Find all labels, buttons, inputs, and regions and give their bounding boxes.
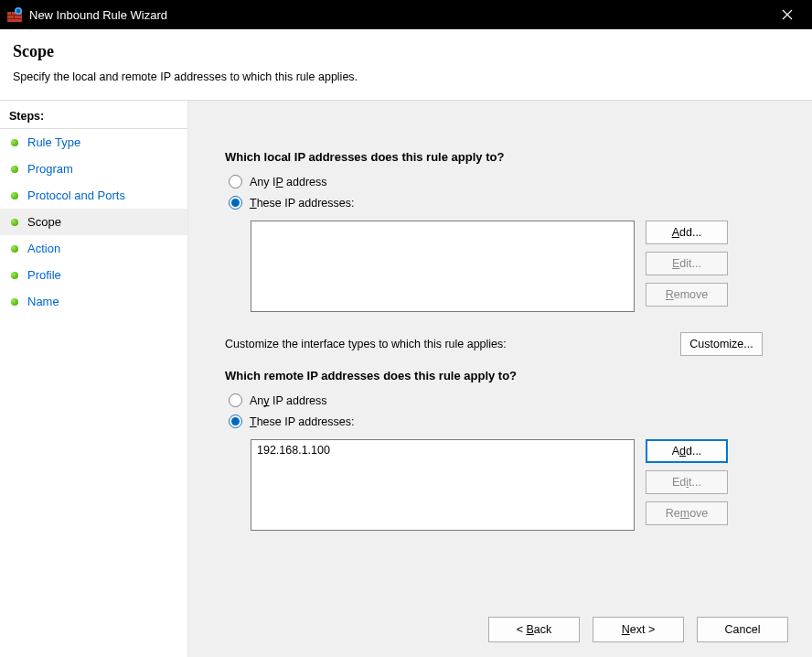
close-icon <box>782 9 793 20</box>
content-pane: Which local IP addresses does this rule … <box>188 101 812 657</box>
close-button[interactable] <box>766 0 808 29</box>
step-action[interactable]: Action <box>0 235 187 262</box>
step-bullet-icon <box>11 166 18 173</box>
svg-rect-2 <box>7 18 22 19</box>
step-name[interactable]: Name <box>0 288 187 315</box>
firewall-icon <box>7 7 22 22</box>
step-bullet-icon <box>11 245 18 253</box>
step-label: Program <box>27 162 73 176</box>
step-bullet-icon <box>11 298 18 306</box>
local-edit-button[interactable]: Edit... <box>646 252 728 275</box>
local-add-button[interactable]: Add... <box>646 221 728 244</box>
remote-ip-button-column: Add... Edit... Remove <box>646 439 728 525</box>
remote-these-ip-radio[interactable] <box>229 415 242 428</box>
local-ip-listbox[interactable] <box>251 221 635 312</box>
step-bullet-icon <box>11 192 18 199</box>
step-label: Profile <box>27 268 61 282</box>
remote-these-ip-label: These IP addresses: <box>250 415 354 428</box>
titlebar: New Inbound Rule Wizard <box>0 0 812 29</box>
local-ip-button-column: Add... Edit... Remove <box>646 221 728 307</box>
step-label: Protocol and Ports <box>27 188 125 202</box>
step-bullet-icon <box>11 272 18 279</box>
svg-point-7 <box>16 9 20 13</box>
back-button[interactable]: < Back <box>488 617 580 642</box>
wizard-body: Steps: Rule TypeProgramProtocol and Port… <box>0 101 812 657</box>
steps-sidebar: Steps: Rule TypeProgramProtocol and Port… <box>0 101 188 657</box>
step-label: Action <box>27 242 60 255</box>
remote-ip-list-area: 192.168.1.100 Add... Edit... Remove <box>251 439 788 531</box>
remote-edit-button[interactable]: Edit... <box>646 470 728 494</box>
local-remove-button[interactable]: Remove <box>646 283 728 307</box>
local-any-ip-option[interactable]: Any IP address <box>229 175 788 188</box>
page-header: Scope Specify the local and remote IP ad… <box>0 29 812 100</box>
remote-these-ip-option[interactable]: These IP addresses: <box>229 415 788 428</box>
step-program[interactable]: Program <box>0 156 187 182</box>
step-bullet-icon <box>11 219 18 226</box>
remote-any-ip-label: Any IP address <box>250 394 327 407</box>
remote-remove-button[interactable]: Remove <box>646 501 728 525</box>
remote-any-ip-radio[interactable] <box>229 393 242 407</box>
step-label: Scope <box>27 215 61 229</box>
svg-rect-5 <box>14 16 15 18</box>
next-button[interactable]: Next > <box>593 617 684 642</box>
local-these-ip-option[interactable]: These IP addresses: <box>229 196 788 210</box>
wizard-window: New Inbound Rule Wizard Scope Specify th… <box>0 0 812 657</box>
customize-interface-row: Customize the interface types to which t… <box>225 332 763 356</box>
step-protocol-and-ports[interactable]: Protocol and Ports <box>0 182 187 209</box>
local-ip-question: Which local IP addresses does this rule … <box>225 150 788 164</box>
step-scope[interactable]: Scope <box>0 209 187 235</box>
remote-add-button[interactable]: Add... <box>646 439 728 463</box>
wizard-footer: < Back Next > Cancel <box>225 608 788 642</box>
remote-ip-listbox[interactable]: 192.168.1.100 <box>251 439 635 531</box>
customize-interface-label: Customize the interface types to which t… <box>225 338 507 350</box>
local-any-ip-label: Any IP address <box>250 176 327 188</box>
step-label: Rule Type <box>27 135 80 149</box>
remote-ip-question: Which remote IP addresses does this rule… <box>225 369 788 382</box>
svg-rect-3 <box>11 12 12 15</box>
step-rule-type[interactable]: Rule Type <box>0 129 187 156</box>
window-title: New Inbound Rule Wizard <box>29 8 766 22</box>
customize-button[interactable]: Customize... <box>680 332 763 356</box>
steps-heading: Steps: <box>0 106 187 129</box>
page-subtitle: Specify the local and remote IP addresse… <box>13 70 799 83</box>
page-title: Scope <box>13 42 799 61</box>
remote-any-ip-option[interactable]: Any IP address <box>229 393 788 407</box>
local-any-ip-radio[interactable] <box>229 175 242 188</box>
local-these-ip-label: These IP addresses: <box>250 197 354 210</box>
step-label: Name <box>27 295 59 308</box>
cancel-button[interactable]: Cancel <box>697 617 788 642</box>
local-ip-list-area: Add... Edit... Remove <box>251 221 788 312</box>
step-bullet-icon <box>11 139 18 146</box>
step-profile[interactable]: Profile <box>0 262 187 288</box>
svg-rect-1 <box>7 15 22 16</box>
local-these-ip-radio[interactable] <box>229 196 242 210</box>
